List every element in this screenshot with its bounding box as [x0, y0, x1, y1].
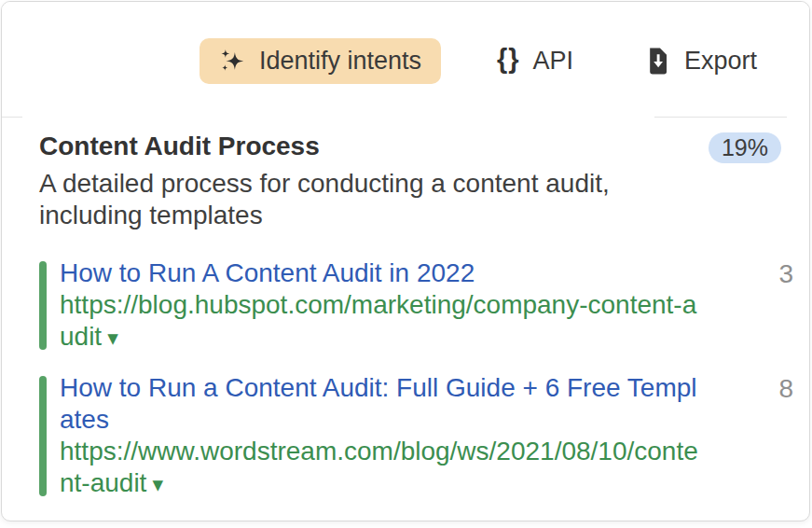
result-item: How to Run A Content Audit in 2022 https…	[39, 257, 793, 354]
result-accent-bar	[39, 261, 47, 350]
export-button[interactable]: Export	[645, 38, 757, 84]
intent-title: Content Audit Process	[39, 131, 673, 162]
results-list: How to Run A Content Audit in 2022 https…	[39, 257, 793, 500]
identify-intents-label: Identify intents	[259, 49, 421, 74]
result-title-link[interactable]: How to Run a Content Audit: Full Guide +…	[60, 372, 705, 436]
screenshot-stage: Identify intents {} API Export Content A…	[0, 0, 812, 528]
intent-card: Content Audit Process A detailed process…	[39, 131, 673, 231]
result-text: How to Run A Content Audit in 2022 https…	[60, 257, 705, 354]
api-label: API	[533, 49, 574, 74]
result-text: How to Run a Content Audit: Full Guide +…	[60, 372, 705, 500]
api-button[interactable]: {} API	[497, 38, 573, 84]
intent-percentage-badge: 19%	[709, 132, 781, 163]
url-dropdown-caret-icon[interactable]: ▾	[152, 472, 163, 496]
export-file-icon	[645, 48, 669, 75]
sparkles-icon	[219, 48, 247, 76]
url-dropdown-caret-icon[interactable]: ▾	[107, 326, 118, 350]
intents-panel: Identify intents {} API Export Content A…	[1, 1, 810, 521]
result-item: How to Run a Content Audit: Full Guide +…	[39, 372, 793, 500]
result-count: 3	[778, 259, 793, 289]
result-url-link[interactable]: https://blog.hubspot.com/marketing/compa…	[60, 290, 696, 351]
result-title-link[interactable]: How to Run A Content Audit in 2022	[60, 257, 705, 289]
export-label: Export	[684, 49, 757, 74]
identify-intents-button[interactable]: Identify intents	[200, 38, 441, 84]
toolbar-divider-right	[654, 117, 787, 118]
toolbar: Identify intents {} API Export	[2, 2, 809, 118]
result-count: 8	[778, 374, 793, 404]
toolbar-divider-left	[2, 117, 22, 118]
result-accent-bar	[39, 376, 47, 496]
curly-braces-icon: {}	[497, 46, 520, 73]
intent-description: A detailed process for conducting a cont…	[39, 168, 643, 231]
